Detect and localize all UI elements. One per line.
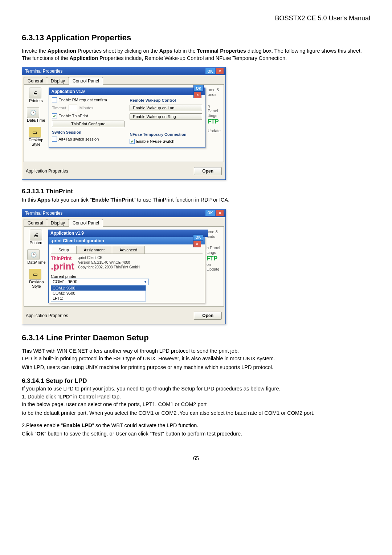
desktop-style-icon[interactable]: ▭ xyxy=(29,269,41,280)
chevron-down-icon: ▼ xyxy=(144,280,147,284)
dialog1-close-button[interactable]: × xyxy=(216,68,224,74)
switch-session-heading: Switch Session xyxy=(52,130,124,134)
printers-label: Printers xyxy=(29,98,43,103)
control-panel-icons: 🖨 Printers 🕑 Date/Time ▭ Desktop Style xyxy=(27,230,46,303)
app-popup-ok-button[interactable]: OK xyxy=(193,85,204,92)
dialog1-ok-button[interactable]: OK xyxy=(205,68,215,74)
print-client-config-popup: .print Client configuration OK × Setup A… xyxy=(48,237,205,303)
terminal-properties-dialog-1: Terminal Properties OK × General Display… xyxy=(22,67,226,180)
application-popup: Application v1.9 OK × Enable RM request … xyxy=(49,88,205,148)
enable-thinprint-checkbox[interactable]: Enable ThinPrint xyxy=(52,113,124,118)
footer-label: Application Properties xyxy=(26,313,68,318)
alt-tab-checkbox[interactable]: Alt+Tab switch session xyxy=(52,137,124,142)
application-popup-title: Application v1.9 xyxy=(51,89,85,94)
print-config-title: .print Client configuration xyxy=(51,238,104,243)
dialog2-ok-button[interactable]: OK xyxy=(205,210,215,216)
thinprint-version-text: .print Client CE Version 5.5.215.40 WinC… xyxy=(78,255,140,270)
truncated-icons-right: ume & unds h Panel ttings FTP on Update xyxy=(207,230,221,303)
sec-6-3-14-1-p4: to be the default printer port. When you… xyxy=(22,410,370,417)
section-6-3-13-1-heading: 6.3.13.1 ThinPrint xyxy=(22,188,370,195)
ftp-icon: FTP xyxy=(208,118,221,125)
desktop-style-icon[interactable]: ▭ xyxy=(29,127,41,138)
current-printer-label: Current printer xyxy=(51,274,203,279)
footer-label: Application Properties xyxy=(26,169,68,174)
print-config-ok-button[interactable]: OK xyxy=(193,234,203,241)
datetime-icon[interactable]: 🕑 xyxy=(27,107,39,118)
wakeup-on-ring-button[interactable]: Enable Wakeup on Ring xyxy=(130,113,202,120)
terminal-properties-dialog-2: Terminal Properties OK × General Display… xyxy=(22,209,226,324)
checkbox-icon xyxy=(52,97,57,102)
timeout-row: Timeout Minutes xyxy=(52,105,124,111)
application-popup-title-back: Application v1.9 xyxy=(48,230,208,237)
tab-general[interactable]: General xyxy=(24,77,47,85)
control-panel-icons: 🖨 Printers 🕑 Date/Time ▭ Desktop Style xyxy=(27,88,45,148)
tab-display[interactable]: Display xyxy=(47,219,69,227)
sec-6-3-14-p3: With LPD, users can using UNIX machine f… xyxy=(22,364,370,371)
checkbox-icon xyxy=(130,139,135,144)
subtab-advanced[interactable]: Advanced xyxy=(112,246,145,254)
tab-general[interactable]: General xyxy=(24,219,47,227)
ftp-icon: FTP xyxy=(207,255,221,262)
subtab-assignment[interactable]: Assignment xyxy=(76,246,112,254)
checkbox-icon xyxy=(52,137,57,142)
printers-label: Printers xyxy=(30,240,44,245)
datetime-icon[interactable]: 🕑 xyxy=(27,249,40,260)
tab-control-panel[interactable]: Control Panel xyxy=(69,77,103,85)
current-printer-dropdown[interactable]: COM1: 9600 ▼ xyxy=(51,279,149,285)
dialog1-title: Terminal Properties xyxy=(25,69,62,74)
dd-item-com1[interactable]: COM1: 9600 xyxy=(51,285,146,291)
desktop-style-label: Desktop Style xyxy=(29,138,43,146)
section-6-3-13-1-text: In this Apps tab you can tick "Enable Th… xyxy=(22,197,370,204)
section-6-3-13-heading: 6.3.13 Application Properties xyxy=(22,33,370,42)
sec-6-3-14-1-p1: If you plan to use LPD to print your job… xyxy=(22,385,370,393)
checkbox-icon xyxy=(52,113,57,118)
section-6-3-14-heading: 6.3.14 Line Printer Daemon Setup xyxy=(22,333,370,343)
manual-header: BOSSTX2 CE 5.0 User's Manual xyxy=(22,15,370,22)
page-number: 65 xyxy=(22,455,370,462)
printers-icon[interactable]: 🖨 xyxy=(30,230,42,240)
tab-display[interactable]: Display xyxy=(47,77,69,85)
wakeup-on-lan-button[interactable]: Enable Wakeup on Lan xyxy=(130,105,202,111)
subtab-setup[interactable]: Setup xyxy=(51,246,77,254)
desktop-style-label: Desktop Style xyxy=(29,280,44,288)
dialog1-tabstrip: General Display Control Panel xyxy=(22,75,225,84)
truncated-icons-right: ume & unds h Panel ttings FTP Update xyxy=(208,88,221,148)
dialog2-titlebar: Terminal Properties OK × xyxy=(22,209,225,217)
sec-6-3-14-p2: LPD is a built-in printing protocol in t… xyxy=(22,355,370,362)
dialog1-titlebar: Terminal Properties OK × xyxy=(22,67,225,75)
sec-6-3-14-1-p3: In the below page, user can select one o… xyxy=(22,401,370,408)
datetime-label: Date/Time xyxy=(27,260,45,264)
section-6-3-13-intro: Invoke the Application Properties sheet … xyxy=(22,48,370,62)
dialog2-title: Terminal Properties xyxy=(25,211,62,216)
open-button[interactable]: Open xyxy=(194,167,222,175)
sec-6-3-14-1-p5: 2.Please enable "Enable LPD" so the WBT … xyxy=(22,422,370,429)
sec-6-3-14-1-p6: Click "OK" button to save the setting. o… xyxy=(22,430,370,438)
tab-control-panel[interactable]: Control Panel xyxy=(69,219,103,227)
dd-item-lpt1[interactable]: LPT1: xyxy=(51,296,146,301)
timeout-spinner[interactable] xyxy=(69,105,77,111)
sec-6-3-14-1-p2: 1. Double click "LPD" in Control Panel t… xyxy=(22,393,370,401)
dialog2-tabstrip: General Display Control Panel xyxy=(22,217,225,226)
open-button[interactable]: Open xyxy=(194,312,222,320)
thinprint-configure-button[interactable]: ThinPrint Configure xyxy=(52,121,124,127)
remote-wakeup-heading: Remote Wakeup Control xyxy=(130,98,202,102)
sec-6-3-14-p1: This WBT with WIN CE.NET offers another … xyxy=(22,348,370,355)
printers-icon[interactable]: 🖨 xyxy=(29,88,41,98)
enable-rm-checkbox[interactable]: Enable RM request confirm xyxy=(52,97,124,102)
thinprint-logo: ThinPrint .print xyxy=(51,255,74,272)
nfuse-heading: NFuse Temporary Connection xyxy=(130,132,202,137)
dialog2-close-button[interactable]: × xyxy=(216,210,224,216)
print-config-subtabs: Setup Assignment Advanced xyxy=(51,246,203,254)
print-config-close-button[interactable]: × xyxy=(193,241,201,247)
enable-nfuse-checkbox[interactable]: Enable NFuse Switch xyxy=(130,139,202,144)
section-6-3-14-1-heading: 6.3.14.1 Setup for LPD xyxy=(22,377,370,385)
current-printer-dropdown-list[interactable]: COM1: 9600 COM2: 9600 LPT1: xyxy=(51,285,146,301)
dd-item-com2[interactable]: COM2: 9600 xyxy=(51,291,146,296)
datetime-label: Date/Time xyxy=(27,118,45,122)
